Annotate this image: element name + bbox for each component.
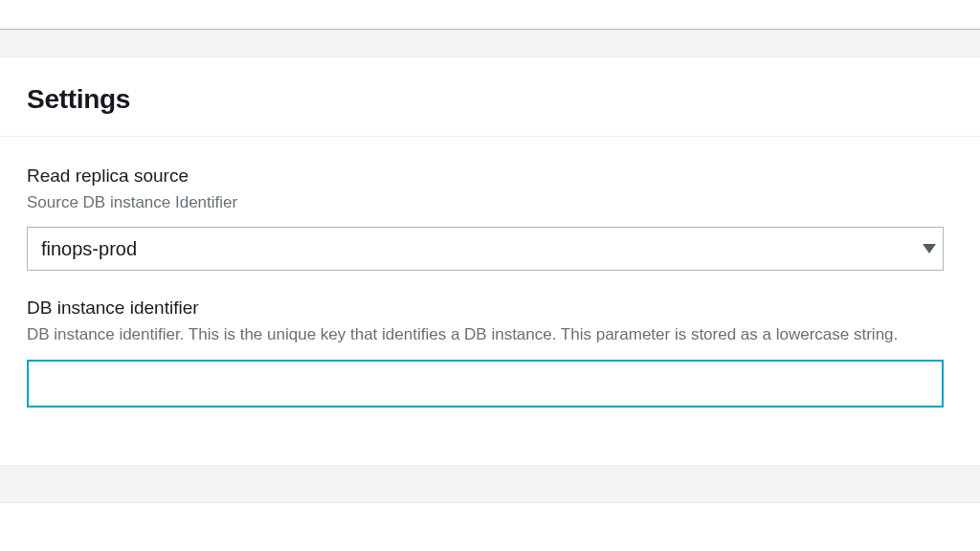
read-replica-source-field: Read replica source Source DB instance I…	[27, 164, 953, 271]
section-divider	[0, 29, 980, 57]
read-replica-source-select[interactable]: finops-prod	[27, 227, 944, 271]
settings-panel: Settings Read replica source Source DB i…	[0, 57, 980, 465]
top-spacer	[0, 0, 980, 29]
read-replica-source-label: Read replica source	[27, 164, 953, 189]
section-divider-bottom	[0, 465, 980, 503]
db-instance-identifier-description: DB instance identifier. This is the uniq…	[27, 323, 953, 346]
panel-header: Settings	[0, 57, 980, 137]
panel-title: Settings	[27, 84, 953, 115]
db-instance-identifier-field: DB instance identifier DB instance ident…	[27, 296, 953, 407]
panel-body: Read replica source Source DB instance I…	[0, 137, 980, 465]
read-replica-source-description: Source DB instance Identifier	[27, 191, 953, 214]
db-instance-identifier-label: DB instance identifier	[27, 296, 953, 321]
read-replica-source-select-wrapper: finops-prod	[27, 227, 953, 271]
db-instance-identifier-input[interactable]	[27, 360, 944, 408]
db-instance-identifier-input-wrapper	[27, 360, 953, 408]
